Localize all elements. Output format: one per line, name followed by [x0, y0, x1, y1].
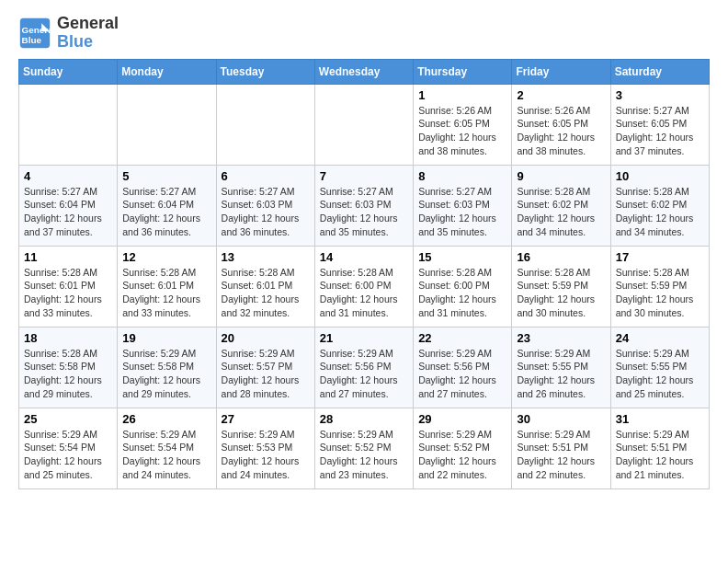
day-number: 2 [517, 88, 605, 102]
day-info: Sunrise: 5:29 AM Sunset: 5:56 PM Dayligh… [418, 347, 506, 401]
calendar-cell: 13Sunrise: 5:28 AM Sunset: 6:01 PM Dayli… [216, 246, 314, 327]
day-number: 6 [222, 169, 310, 183]
calendar-cell: 16Sunrise: 5:28 AM Sunset: 5:59 PM Dayli… [512, 246, 610, 327]
day-info: Sunrise: 5:28 AM Sunset: 6:00 PM Dayligh… [320, 266, 408, 320]
day-number: 7 [320, 169, 408, 183]
day-number: 22 [418, 331, 506, 345]
day-info: Sunrise: 5:28 AM Sunset: 6:01 PM Dayligh… [122, 266, 210, 320]
day-info: Sunrise: 5:29 AM Sunset: 5:58 PM Dayligh… [122, 347, 210, 401]
day-info: Sunrise: 5:28 AM Sunset: 5:59 PM Dayligh… [517, 266, 605, 320]
day-number: 17 [616, 250, 704, 264]
calendar-cell: 3Sunrise: 5:27 AM Sunset: 6:05 PM Daylig… [610, 84, 709, 165]
calendar-cell: 30Sunrise: 5:29 AM Sunset: 5:51 PM Dayli… [512, 408, 610, 488]
calendar-cell: 22Sunrise: 5:29 AM Sunset: 5:56 PM Dayli… [414, 327, 512, 408]
calendar-cell: 27Sunrise: 5:29 AM Sunset: 5:53 PM Dayli… [216, 408, 314, 488]
calendar-week-row: 11Sunrise: 5:28 AM Sunset: 6:01 PM Dayli… [19, 246, 710, 327]
calendar-cell: 26Sunrise: 5:29 AM Sunset: 5:54 PM Dayli… [118, 408, 216, 488]
calendar-cell: 24Sunrise: 5:29 AM Sunset: 5:55 PM Dayli… [610, 327, 709, 408]
weekday-header: Wednesday [314, 59, 413, 84]
calendar-cell: 2Sunrise: 5:26 AM Sunset: 6:05 PM Daylig… [512, 84, 610, 165]
day-info: Sunrise: 5:29 AM Sunset: 5:51 PM Dayligh… [517, 428, 605, 482]
calendar-cell: 12Sunrise: 5:28 AM Sunset: 6:01 PM Dayli… [118, 246, 216, 327]
weekday-header: Friday [512, 59, 610, 84]
calendar-cell: 17Sunrise: 5:28 AM Sunset: 5:59 PM Dayli… [610, 246, 709, 327]
calendar-cell: 1Sunrise: 5:26 AM Sunset: 6:05 PM Daylig… [414, 84, 512, 165]
calendar-cell: 6Sunrise: 5:27 AM Sunset: 6:03 PM Daylig… [216, 165, 314, 246]
weekday-header-row: SundayMondayTuesdayWednesdayThursdayFrid… [19, 59, 710, 84]
calendar-cell: 11Sunrise: 5:28 AM Sunset: 6:01 PM Dayli… [19, 246, 118, 327]
calendar-cell: 20Sunrise: 5:29 AM Sunset: 5:57 PM Dayli… [216, 327, 314, 408]
day-info: Sunrise: 5:26 AM Sunset: 6:05 PM Dayligh… [517, 104, 605, 158]
day-number: 18 [24, 331, 112, 345]
page-header: General Blue General Blue [18, 15, 710, 52]
calendar-cell: 9Sunrise: 5:28 AM Sunset: 6:02 PM Daylig… [512, 165, 610, 246]
logo: General Blue General Blue [18, 15, 119, 52]
day-number: 25 [24, 412, 112, 426]
day-number: 27 [222, 412, 310, 426]
day-number: 29 [418, 412, 506, 426]
day-number: 8 [418, 169, 506, 183]
day-info: Sunrise: 5:27 AM Sunset: 6:05 PM Dayligh… [616, 104, 704, 158]
day-number: 16 [517, 250, 605, 264]
day-info: Sunrise: 5:27 AM Sunset: 6:04 PM Dayligh… [24, 185, 112, 239]
day-info: Sunrise: 5:29 AM Sunset: 5:57 PM Dayligh… [222, 347, 310, 401]
day-info: Sunrise: 5:28 AM Sunset: 6:02 PM Dayligh… [616, 185, 704, 239]
logo-icon: General Blue [18, 17, 51, 50]
day-number: 1 [418, 88, 506, 102]
calendar-week-row: 18Sunrise: 5:28 AM Sunset: 5:58 PM Dayli… [19, 327, 710, 408]
weekday-header: Monday [118, 59, 216, 84]
day-info: Sunrise: 5:29 AM Sunset: 5:53 PM Dayligh… [222, 428, 310, 482]
day-number: 26 [122, 412, 210, 426]
calendar-cell: 25Sunrise: 5:29 AM Sunset: 5:54 PM Dayli… [19, 408, 118, 488]
day-info: Sunrise: 5:29 AM Sunset: 5:52 PM Dayligh… [418, 428, 506, 482]
day-number: 19 [122, 331, 210, 345]
day-number: 12 [122, 250, 210, 264]
day-info: Sunrise: 5:28 AM Sunset: 6:00 PM Dayligh… [418, 266, 506, 320]
weekday-header: Sunday [19, 59, 118, 84]
day-number: 20 [222, 331, 310, 345]
logo-text: General Blue [57, 15, 119, 52]
day-info: Sunrise: 5:29 AM Sunset: 5:51 PM Dayligh… [616, 428, 704, 482]
day-number: 5 [122, 169, 210, 183]
day-number: 4 [24, 169, 112, 183]
calendar-cell [19, 84, 118, 165]
calendar-cell: 15Sunrise: 5:28 AM Sunset: 6:00 PM Dayli… [414, 246, 512, 327]
calendar-week-row: 25Sunrise: 5:29 AM Sunset: 5:54 PM Dayli… [19, 408, 710, 488]
calendar-cell: 23Sunrise: 5:29 AM Sunset: 5:55 PM Dayli… [512, 327, 610, 408]
day-number: 10 [616, 169, 704, 183]
day-info: Sunrise: 5:28 AM Sunset: 6:01 PM Dayligh… [222, 266, 310, 320]
day-info: Sunrise: 5:29 AM Sunset: 5:55 PM Dayligh… [616, 347, 704, 401]
day-number: 15 [418, 250, 506, 264]
calendar-cell: 29Sunrise: 5:29 AM Sunset: 5:52 PM Dayli… [414, 408, 512, 488]
day-info: Sunrise: 5:26 AM Sunset: 6:05 PM Dayligh… [418, 104, 506, 158]
day-number: 13 [222, 250, 310, 264]
calendar-cell [118, 84, 216, 165]
calendar-cell [216, 84, 314, 165]
day-info: Sunrise: 5:27 AM Sunset: 6:03 PM Dayligh… [222, 185, 310, 239]
day-info: Sunrise: 5:27 AM Sunset: 6:03 PM Dayligh… [320, 185, 408, 239]
calendar-cell: 18Sunrise: 5:28 AM Sunset: 5:58 PM Dayli… [19, 327, 118, 408]
day-number: 31 [616, 412, 704, 426]
day-info: Sunrise: 5:28 AM Sunset: 5:58 PM Dayligh… [24, 347, 112, 401]
weekday-header: Thursday [414, 59, 512, 84]
calendar-week-row: 4Sunrise: 5:27 AM Sunset: 6:04 PM Daylig… [19, 165, 710, 246]
calendar-cell: 8Sunrise: 5:27 AM Sunset: 6:03 PM Daylig… [414, 165, 512, 246]
calendar-cell: 21Sunrise: 5:29 AM Sunset: 5:56 PM Dayli… [314, 327, 413, 408]
day-number: 3 [616, 88, 704, 102]
day-number: 21 [320, 331, 408, 345]
day-number: 24 [616, 331, 704, 345]
day-info: Sunrise: 5:29 AM Sunset: 5:54 PM Dayligh… [122, 428, 210, 482]
calendar-cell: 4Sunrise: 5:27 AM Sunset: 6:04 PM Daylig… [19, 165, 118, 246]
day-info: Sunrise: 5:27 AM Sunset: 6:03 PM Dayligh… [418, 185, 506, 239]
weekday-header: Saturday [610, 59, 709, 84]
day-number: 11 [24, 250, 112, 264]
day-number: 23 [517, 331, 605, 345]
calendar-cell: 19Sunrise: 5:29 AM Sunset: 5:58 PM Dayli… [118, 327, 216, 408]
day-number: 14 [320, 250, 408, 264]
calendar-cell: 5Sunrise: 5:27 AM Sunset: 6:04 PM Daylig… [118, 165, 216, 246]
calendar-cell [314, 84, 413, 165]
day-info: Sunrise: 5:28 AM Sunset: 6:01 PM Dayligh… [24, 266, 112, 320]
day-info: Sunrise: 5:29 AM Sunset: 5:52 PM Dayligh… [320, 428, 408, 482]
calendar-week-row: 1Sunrise: 5:26 AM Sunset: 6:05 PM Daylig… [19, 84, 710, 165]
day-info: Sunrise: 5:27 AM Sunset: 6:04 PM Dayligh… [122, 185, 210, 239]
